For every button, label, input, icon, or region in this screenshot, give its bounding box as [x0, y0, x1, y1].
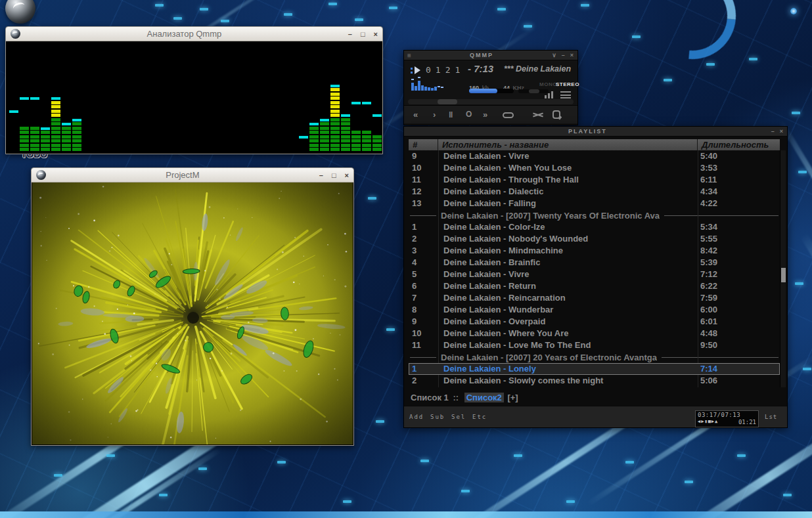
track-title: Deine Lakaien - Vivre — [438, 150, 698, 162]
spectrum-analyzer-view — [7, 41, 382, 153]
mini-visualizer[interactable] — [411, 77, 444, 91]
analyzer-bar-segment — [330, 97, 340, 100]
new-playlist-button[interactable]: [+] — [507, 393, 518, 402]
player-titlebar[interactable]: ≡ QMMP ∨ – × — [404, 51, 577, 60]
analyzer-bar-segment — [362, 131, 371, 134]
volume-slider[interactable] — [469, 89, 514, 93]
play-button[interactable]: › — [433, 110, 436, 119]
analyzer-bar-segment — [72, 144, 81, 147]
track-number: 8 — [409, 304, 438, 316]
playlist-footer: Add Sub Sel Etc 03:17/07:13 ◀▶▮■▶▲ 01:21… — [404, 406, 787, 427]
analyzer-bar-segment — [372, 139, 382, 142]
playlist-row[interactable]: 8Deine Lakaien - Wunderbar6:00 — [409, 304, 780, 316]
playlist-row-selected[interactable]: 1Deine Lakaien - Lonely7:14 — [409, 363, 780, 375]
playlist-row[interactable]: 12Deine Lakaien - Dialectic4:34 — [409, 186, 780, 198]
playlist-row[interactable]: 5Deine Lakaien - Vivre7:12 — [409, 269, 780, 280]
playlist-row[interactable]: 7Deine Lakaien - Reincarnation7:59 — [409, 292, 780, 304]
analyzer-peak-mark — [372, 114, 382, 117]
lst-button[interactable]: Lst — [765, 414, 777, 420]
close-icon[interactable]: × — [345, 169, 349, 182]
circuit-dash — [221, 20, 229, 22]
track-title: Deine Lakaien - Brainfic — [438, 257, 698, 269]
playlist-row[interactable]: 13Deine Lakaien - Falling4:22 — [409, 198, 780, 209]
column-artist-title[interactable]: Исполнитель - название — [438, 139, 698, 150]
stop-button[interactable]: O — [466, 110, 472, 119]
close-icon[interactable]: × — [570, 52, 574, 58]
playlist-row[interactable]: 9Deine Lakaien - Overpaid6:01 — [409, 316, 780, 328]
analyzer-peak-mark — [72, 119, 81, 121]
playlist-row[interactable]: 10Deine Lakaien - Where You Are4:48 — [409, 328, 780, 339]
close-icon[interactable]: × — [780, 128, 783, 135]
circuit-dash — [328, 3, 337, 5]
pause-button[interactable]: ‖ — [449, 110, 452, 119]
open-file-icon[interactable] — [503, 112, 514, 118]
track-duration: 4:48 — [698, 328, 780, 339]
repeat-icon[interactable] — [553, 110, 560, 119]
playlist-row[interactable]: 10Deine Lakaien - When You Lose3:53 — [409, 162, 780, 174]
add-button[interactable]: Add — [409, 414, 424, 420]
track-title: Deine Lakaien - Through The Hall — [438, 174, 698, 186]
circuit-dash — [461, 490, 470, 492]
circuit-dash — [632, 35, 641, 38]
playlist-row[interactable]: 9Deine Lakaien - Vivre5:40 — [409, 150, 780, 162]
minimize-icon[interactable]: – — [771, 128, 775, 135]
playlist-row[interactable]: 6Deine Lakaien - Return6:22 — [409, 280, 780, 292]
playlist-titlebar[interactable]: PLAYLIST – × — [404, 127, 787, 137]
minimize-icon[interactable]: – — [348, 28, 352, 41]
analyzer-bar-segment — [330, 101, 340, 104]
playlist-row[interactable]: 2Deine Lakaien - Nobody's Wounded5:55 — [409, 233, 780, 245]
playlist-row[interactable]: 11Deine Lakaien - Through The Hall6:11 — [409, 174, 780, 186]
playlist-row[interactable]: 1Deine Lakaien - Color-Ize5:34 — [409, 221, 780, 233]
track-duration: 5:06 — [698, 375, 780, 387]
circuit-dash — [355, 18, 363, 21]
close-icon[interactable]: × — [374, 28, 378, 41]
analyzer-bar-segment — [51, 139, 60, 142]
track-duration: 7:12 — [698, 269, 780, 280]
etc-button[interactable]: Etc — [472, 414, 487, 420]
circuit-dash — [581, 4, 589, 7]
playlist-row[interactable]: 3Deine Lakaien - Mindmachine8:42 — [409, 245, 780, 257]
playlist-row[interactable]: 2Deine Lakaien - Slowly comes the night5… — [409, 375, 780, 387]
circuit-dash — [420, 460, 429, 462]
position-slider[interactable] — [408, 99, 574, 104]
analyzer-bar-segment — [330, 118, 340, 121]
analyzer-peak-mark — [351, 102, 361, 104]
analyzer-bar-segment — [351, 131, 361, 134]
playlist-group-row[interactable]: Deine Lakaien - [2007] Twenty Years Of E… — [409, 209, 780, 221]
remaining-time[interactable]: - 7:13 — [468, 63, 493, 74]
analyzer-titlebar[interactable]: Анализатор Qmmp – □ × — [6, 27, 382, 41]
shuffle-icon[interactable] — [533, 112, 543, 118]
circuit-dash — [497, 8, 506, 11]
equalizer-button[interactable] — [545, 91, 555, 98]
analyzer-bar-segment — [62, 148, 71, 151]
track-title: Deine Lakaien - When You Lose — [438, 162, 698, 174]
playlist-group-row[interactable]: Deine Lakaien - [2007] 20 Years of Elect… — [409, 351, 780, 363]
projectm-titlebar[interactable]: ProjectM – □ × — [32, 168, 353, 183]
time-display[interactable]: 0121 — [426, 65, 464, 75]
previous-button[interactable]: « — [413, 110, 418, 119]
analyzer-bar-segment — [341, 135, 350, 139]
column-number[interactable]: # — [409, 139, 438, 150]
playlist-tab-1[interactable]: Список 1 — [411, 393, 449, 402]
next-button[interactable]: » — [483, 110, 487, 119]
mini-visualizer-peak — [438, 86, 440, 87]
circuit-dash — [343, 500, 351, 503]
playlist-tab-2[interactable]: Список2 — [464, 393, 504, 402]
shade-icon[interactable]: ∨ — [552, 52, 556, 58]
mini-visualizer-bar — [411, 83, 414, 91]
column-duration[interactable]: Длительность — [698, 139, 780, 150]
playlist-row[interactable]: 4Deine Lakaien - Brainfic5:39 — [409, 257, 780, 269]
maximize-icon[interactable]: □ — [361, 28, 365, 41]
analyzer-bar-segment — [330, 88, 340, 91]
minimize-icon[interactable]: – — [319, 169, 323, 182]
maximize-icon[interactable]: □ — [332, 169, 336, 182]
scrollbar-thumb[interactable] — [781, 268, 786, 282]
playlist-scrollbar[interactable] — [780, 150, 786, 387]
playlist-button[interactable] — [560, 91, 571, 98]
minimize-icon[interactable]: – — [562, 52, 565, 58]
analyzer-bar-segment — [41, 144, 50, 147]
lcd-transport-icons[interactable]: ◀▶▮■▶▲ — [698, 419, 718, 425]
sel-button[interactable]: Sel — [451, 414, 466, 420]
sub-button[interactable]: Sub — [430, 414, 445, 420]
playlist-row[interactable]: 11Deine Lakaien - Love Me To The End9:50 — [409, 339, 780, 351]
